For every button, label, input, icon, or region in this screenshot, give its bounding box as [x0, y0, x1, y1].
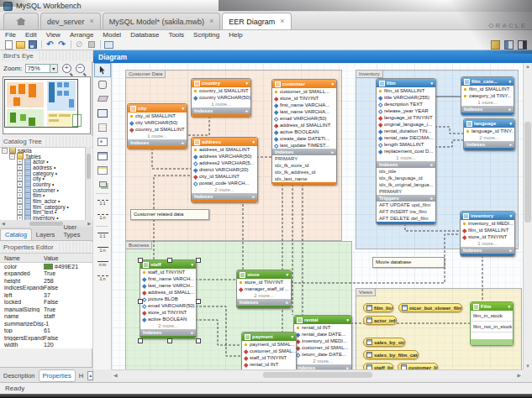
er-view-customer-list[interactable]: customer_list [398, 363, 438, 369]
more-columns-label[interactable]: 2 more... [464, 134, 514, 141]
expand-arrow-icon[interactable]: ▸ [286, 299, 288, 306]
rel-1-n-identifying-tool[interactable]: 1:n [94, 243, 111, 257]
collapse-arrow-icon[interactable]: ▾ [252, 140, 255, 144]
cancel-icon[interactable]: ∅ [74, 40, 85, 50]
table-header[interactable]: rental▾ [294, 316, 351, 324]
zoom-dropdown-icon[interactable]: ▾ [50, 64, 58, 73]
er-table-country[interactable]: country▾country_id SMALLINTcountry VARCH… [191, 78, 251, 118]
er-table-city[interactable]: city▾city_id SMALLINTcity VARCHAR(50)cou… [127, 103, 187, 149]
zoom-out-icon[interactable]: − [76, 64, 85, 73]
er-view-nicer-but-slower-film-list[interactable]: nicer_but_slower_film_list [398, 303, 462, 312]
collapse-arrow-icon[interactable]: ▾ [509, 214, 512, 218]
menu-help[interactable]: Help [229, 31, 242, 39]
collapse-arrow-icon[interactable]: ▾ [291, 335, 293, 339]
triggers-section-bar[interactable]: Triggers▸ [377, 195, 435, 202]
collapse-arrow-icon[interactable]: ▾ [286, 273, 288, 277]
collapse-icon[interactable]: − [9, 154, 15, 160]
table-header[interactable]: film_cate...▾ [461, 77, 514, 86]
er-view-actor-info[interactable]: actor_info [363, 316, 397, 325]
more-columns-label[interactable]: 2 more... [140, 322, 196, 329]
selection-handle[interactable] [138, 299, 143, 304]
er-view-sales-by-film-category[interactable]: sales_by_film_category [363, 350, 419, 359]
indexes-section-bar[interactable]: Indexes▸ [192, 107, 250, 114]
collapse-arrow-icon[interactable]: ▾ [331, 82, 334, 86]
property-row-expanded[interactable]: expandedTrue [0, 270, 92, 278]
collapse-arrow-icon[interactable]: ▾ [508, 80, 511, 84]
more-columns-label[interactable]: 1 more... [128, 133, 187, 139]
more-columns-label[interactable]: 2 more... [237, 292, 291, 299]
more-columns-label[interactable]: 1 more... [377, 154, 435, 161]
expand-arrow-icon[interactable]: ▸ [430, 195, 433, 202]
routine-group-film[interactable]: Film▾film_in_stockfilm_not_in_stock [470, 301, 514, 346]
expand-arrow-icon[interactable]: ▸ [331, 149, 334, 155]
collapse-arrow-icon[interactable]: ▾ [430, 81, 433, 86]
menu-view[interactable]: View [46, 31, 61, 39]
pencil-icon[interactable] [490, 40, 501, 50]
expand-arrow-icon[interactable]: ▸ [509, 247, 512, 254]
table-tool[interactable] [94, 149, 111, 163]
more-columns-label[interactable]: 1 more... [461, 240, 514, 247]
expand-arrow-icon[interactable]: ▸ [509, 141, 512, 148]
table-header[interactable]: store▾ [237, 270, 291, 279]
indexes-section-bar[interactable]: Indexes▸ [272, 149, 336, 155]
undo-icon[interactable]: ↶ [45, 40, 55, 50]
indexes-section-bar[interactable]: Indexes▸ [461, 247, 514, 254]
collapse-arrow-icon[interactable]: ▾ [182, 107, 184, 111]
property-row-manualsizing[interactable]: manualSizingTrue [0, 306, 92, 313]
selection-handle[interactable] [196, 338, 201, 343]
note-customer-related-data[interactable]: Customer related data [130, 209, 209, 220]
menu-database[interactable]: Database [130, 31, 159, 39]
expand-arrow-icon[interactable]: ▸ [252, 193, 255, 200]
close-icon[interactable]: × [209, 18, 213, 25]
table-header[interactable]: payment▾ [242, 333, 296, 341]
menu-tools[interactable]: Tools [168, 31, 184, 39]
catalog-tree-vscrollbar[interactable] [85, 147, 92, 220]
collapse-arrow-icon[interactable]: ▾ [191, 263, 193, 267]
tab-home[interactable] [3, 13, 39, 29]
property-row-color[interactable]: color#499E21 [0, 263, 92, 270]
er-table-address[interactable]: address▾address_id SMALLINTaddress VARCH… [191, 137, 258, 203]
minimap-viewport[interactable] [4, 79, 78, 128]
table-header[interactable]: address▾ [192, 138, 257, 146]
er-view-sales-by-store[interactable]: sales_by_store [363, 338, 405, 347]
rel-1-1-nonidentifying-tool[interactable]: 1:1 [94, 196, 111, 210]
collapse-arrow-icon[interactable]: ▾ [346, 318, 349, 322]
menu-scripting[interactable]: Scripting [193, 31, 219, 39]
expand-arrow-icon[interactable]: ▸ [430, 161, 433, 168]
sidebar-tab-layers[interactable]: Layers [32, 229, 60, 240]
table-header[interactable]: customer▾ [272, 80, 336, 88]
badge-icon[interactable] [86, 40, 97, 50]
note-tool[interactable] [94, 120, 111, 134]
er-table-film[interactable]: film▾film_id SMALLINTtitle VARCHAR(255)d… [376, 78, 436, 225]
eraser-tool[interactable] [94, 92, 111, 106]
selection-handle[interactable] [138, 338, 143, 343]
tab-dev-server[interactable]: dev_server× [40, 13, 101, 29]
table-header[interactable]: city▾ [128, 104, 187, 113]
bottom-tab-h[interactable]: H [76, 370, 87, 381]
property-row-height[interactable]: height258 [0, 277, 92, 285]
menu-file[interactable]: File [5, 31, 16, 39]
tab-mysql-model-sakila-mwb[interactable]: MySQL Model* (sakila.mwb)× [103, 13, 220, 29]
rel-n-m-identifying-tool[interactable]: n:m [94, 257, 111, 271]
tree-item-customer[interactable]: +customer • [0, 187, 92, 193]
birds-eye-map[interactable] [3, 76, 91, 134]
er-table-inventory[interactable]: inventory▾inventory_id MEDI...film_id SM… [460, 211, 515, 257]
table-header[interactable]: film▾ [377, 79, 435, 87]
collapse-arrow-icon[interactable]: ▾ [508, 305, 510, 309]
hand-tool[interactable] [94, 77, 111, 92]
bottom-tab-properties[interactable]: Properties [39, 369, 76, 382]
more-columns-label[interactable]: 1 more... [461, 99, 514, 106]
save-icon[interactable] [27, 40, 38, 50]
indexes-section-bar[interactable]: Indexes▸ [464, 141, 514, 148]
redo-icon[interactable]: ↷ [56, 40, 67, 50]
routine-group-tool[interactable] [94, 177, 111, 191]
close-icon[interactable]: × [280, 18, 284, 25]
er-table-film_category[interactable]: film_cate...▾film_id SMALLINTcategory_id… [461, 76, 514, 116]
selection-handle[interactable] [196, 299, 201, 304]
property-row-locked[interactable]: lockedFalse [0, 299, 92, 306]
toggle-right-panel-icon[interactable] [517, 40, 528, 50]
collapse-icon[interactable]: − [2, 148, 8, 154]
rel-1-n-self-tool[interactable]: 1:n [94, 271, 111, 285]
er-table-payment[interactable]: payment▾payment_id SMAL...customer_id SM… [241, 332, 297, 369]
er-view-staff-list[interactable]: staff_list [363, 363, 393, 369]
